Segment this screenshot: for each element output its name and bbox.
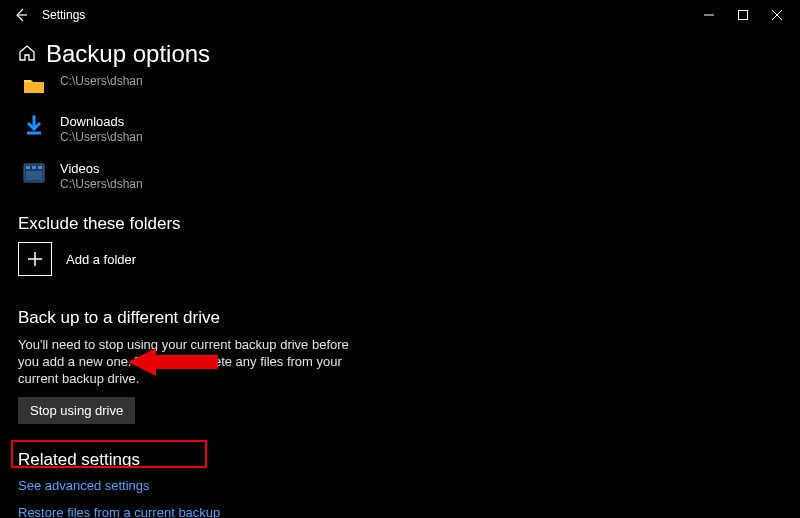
minimize-button[interactable] [692, 0, 726, 30]
stop-using-drive-button[interactable]: Stop using drive [18, 397, 135, 424]
folder-item[interactable]: Videos C:\Users\dshan [22, 161, 782, 192]
maximize-icon [738, 10, 748, 20]
add-folder-label: Add a folder [66, 252, 136, 267]
folder-path: C:\Users\dshan [60, 74, 143, 89]
arrow-left-icon [14, 8, 28, 22]
folder-icon [22, 74, 46, 98]
diffdrive-heading: Back up to a different drive [18, 308, 782, 328]
svg-rect-3 [32, 166, 36, 169]
related-heading: Related settings [18, 450, 782, 470]
home-icon[interactable] [18, 44, 36, 65]
see-advanced-settings-link[interactable]: See advanced settings [18, 478, 150, 493]
maximize-button[interactable] [726, 0, 760, 30]
folder-path: C:\Users\dshan [60, 130, 143, 145]
page-title: Backup options [46, 40, 210, 68]
app-title: Settings [42, 8, 85, 22]
folder-item[interactable]: Downloads C:\Users\dshan [22, 114, 782, 145]
restore-files-link[interactable]: Restore files from a current backup [18, 505, 220, 518]
diffdrive-desc: You'll need to stop using your current b… [18, 336, 358, 387]
folder-name: Downloads [60, 114, 143, 130]
plus-icon [27, 251, 43, 267]
svg-rect-2 [26, 166, 30, 169]
back-button[interactable] [6, 0, 36, 30]
folder-name: Videos [60, 161, 143, 177]
folder-item[interactable]: C:\Users\dshan [22, 74, 782, 98]
close-icon [772, 10, 782, 20]
minimize-icon [704, 10, 714, 20]
add-folder-button[interactable]: Add a folder [18, 242, 782, 276]
titlebar: Settings [0, 0, 800, 30]
close-button[interactable] [760, 0, 794, 30]
download-icon [22, 114, 46, 138]
exclude-heading: Exclude these folders [18, 214, 782, 234]
videos-icon [22, 161, 46, 185]
svg-rect-4 [38, 166, 42, 169]
folder-path: C:\Users\dshan [60, 177, 143, 192]
svg-rect-0 [739, 11, 748, 20]
svg-rect-5 [26, 171, 42, 180]
